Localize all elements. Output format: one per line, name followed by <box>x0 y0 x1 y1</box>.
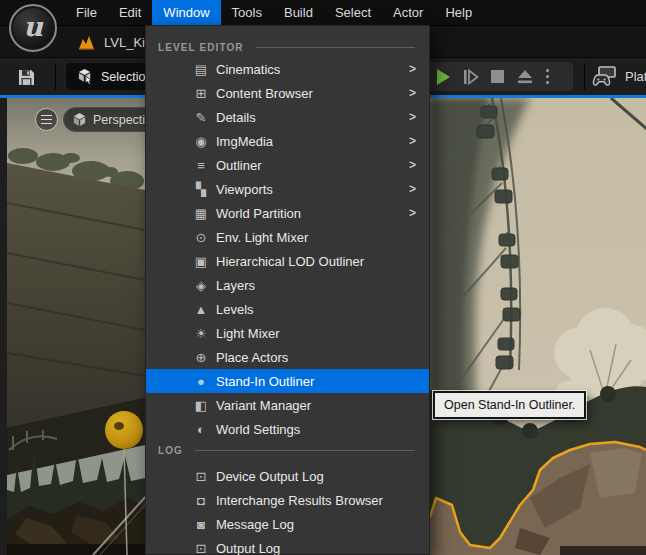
tooltip-text: Open Stand-In Outliner. <box>444 398 575 412</box>
message-log-icon: ◙ <box>192 517 210 532</box>
select-mode-icon <box>77 68 94 85</box>
play-options-button[interactable] <box>538 62 556 91</box>
menubar-item-actor[interactable]: Actor <box>382 0 434 25</box>
menu-item-label: Variant Manager <box>216 398 311 413</box>
menu-section-header-log: LOG <box>146 441 429 460</box>
menu-item-label: Output Log <box>216 541 280 555</box>
frame-skip-icon <box>463 69 479 85</box>
tooltip: Open Stand-In Outliner. <box>433 391 586 419</box>
menu-item-message-log[interactable]: ◙Message Log <box>146 512 429 536</box>
menu-item-outliner[interactable]: ≡Outliner> <box>146 153 429 177</box>
unreal-engine-logo: u <box>9 4 57 52</box>
menu-item-label: Content Browser <box>216 86 313 101</box>
interchange-results-browser-icon: ◘ <box>192 493 210 508</box>
menu-item-label: Layers <box>216 278 255 293</box>
menu-item-label: Env. Light Mixer <box>216 230 308 245</box>
frame-skip-button[interactable] <box>457 62 484 91</box>
menu-item-label: Hierarchical LOD Outliner <box>216 254 364 269</box>
submenu-chevron-icon: > <box>409 182 416 196</box>
place-actors-icon: ⊕ <box>192 350 210 365</box>
menu-item-light-mixer[interactable]: ☀Light Mixer <box>146 321 429 345</box>
menu-item-details[interactable]: ✎Details> <box>146 105 429 129</box>
menu-item-label: Details <box>216 110 256 125</box>
menubar-item-help[interactable]: Help <box>434 0 483 25</box>
viewports-icon: ▚ <box>192 182 210 197</box>
menubar-item-select[interactable]: Select <box>324 0 382 25</box>
menu-section-header-level-editor: LEVEL EDITOR <box>146 38 429 57</box>
menu-item-content-browser[interactable]: ⊞Content Browser> <box>146 81 429 105</box>
menu-item-label: Viewports <box>216 182 273 197</box>
viewport-options-button[interactable] <box>35 108 58 131</box>
eject-icon <box>517 69 533 84</box>
submenu-chevron-icon: > <box>409 110 416 124</box>
submenu-chevron-icon: > <box>409 134 416 148</box>
menu-item-imgmedia[interactable]: ◉ImgMedia> <box>146 129 429 153</box>
menu-item-label: Outliner <box>216 158 262 173</box>
menu-item-label: Message Log <box>216 517 294 532</box>
world-partition-icon: ▦ <box>192 206 210 221</box>
menu-item-label: World Settings <box>216 422 300 437</box>
outliner-icon: ≡ <box>192 158 210 173</box>
menubar-item-edit[interactable]: Edit <box>108 0 152 25</box>
submenu-chevron-icon: > <box>409 206 416 220</box>
variant-manager-icon: ◧ <box>192 398 210 413</box>
play-button[interactable] <box>430 62 457 91</box>
play-icon <box>437 69 450 85</box>
menu-item-layers[interactable]: ◈Layers <box>146 273 429 297</box>
menubar-item-tools[interactable]: Tools <box>221 0 273 25</box>
unreal-editor-window: Perspective LVL_Kio <box>0 0 646 555</box>
menu-item-cinematics[interactable]: ▤Cinematics> <box>146 57 429 81</box>
menu-item-interchange-results-browser[interactable]: ◘Interchange Results Browser <box>146 488 429 512</box>
stop-button[interactable] <box>484 62 511 91</box>
hlod-outliner-icon: ▣ <box>192 254 210 269</box>
menu-item-label: Interchange Results Browser <box>216 493 383 508</box>
scene-right-region <box>430 98 646 555</box>
output-log-icon: ⊡ <box>192 541 210 555</box>
section-divider <box>195 450 415 451</box>
platforms-label: Platforms <box>625 69 646 84</box>
window-menu-panel: LEVEL EDITOR▤Cinematics>⊞Content Browser… <box>145 25 430 555</box>
menu-item-place-actors[interactable]: ⊕Place Actors <box>146 345 429 369</box>
menu-item-output-log[interactable]: ⊡Output Log <box>146 536 429 555</box>
platforms-icon <box>592 66 618 87</box>
eject-button[interactable] <box>511 62 538 91</box>
content-browser-icon: ⊞ <box>192 86 210 101</box>
section-title: LOG <box>158 445 183 456</box>
scene-left-strip <box>7 98 145 555</box>
world-settings-icon: ◐ <box>192 422 210 437</box>
level-asset-tab[interactable]: LVL_Kio <box>78 26 152 58</box>
menu-item-levels[interactable]: ▲Levels <box>146 297 429 321</box>
menu-item-world-settings[interactable]: ◐World Settings <box>146 417 429 441</box>
env-light-mixer-icon: ⊙ <box>192 230 210 245</box>
platforms-dropdown[interactable]: Platforms <box>592 62 646 91</box>
submenu-chevron-icon: > <box>409 86 416 100</box>
menubar-item-window[interactable]: Window <box>152 0 220 25</box>
submenu-chevron-icon: > <box>409 158 416 172</box>
menu-item-viewports[interactable]: ▚Viewports> <box>146 177 429 201</box>
toolbar-divider <box>55 63 56 90</box>
layers-icon: ◈ <box>192 278 210 293</box>
menubar-item-build[interactable]: Build <box>273 0 324 25</box>
more-options-icon <box>546 69 549 84</box>
cube-icon <box>72 112 87 127</box>
menubar-item-file[interactable]: File <box>65 0 108 25</box>
menu-item-variant-manager[interactable]: ◧Variant Manager <box>146 393 429 417</box>
menu-item-stand-in-outliner[interactable]: ●Stand-In Outliner <box>146 369 429 393</box>
menu-item-env-light-mixer[interactable]: ⊙Env. Light Mixer <box>146 225 429 249</box>
menu-item-world-partition[interactable]: ▦World Partition> <box>146 201 429 225</box>
menu-item-label: Stand-In Outliner <box>216 374 314 389</box>
menu-item-label: ImgMedia <box>216 134 273 149</box>
level-warning-icon <box>78 35 95 50</box>
menu-item-device-output-log[interactable]: ⊡Device Output Log <box>146 464 429 488</box>
details-icon: ✎ <box>192 110 210 125</box>
cinematics-icon: ▤ <box>192 62 210 77</box>
menu-item-label: Cinematics <box>216 62 280 77</box>
stop-icon <box>491 70 504 83</box>
levels-icon: ▲ <box>192 302 210 317</box>
save-button[interactable] <box>13 64 40 90</box>
device-output-log-icon: ⊡ <box>192 469 210 484</box>
submenu-chevron-icon: > <box>409 62 416 76</box>
menu-item-hierarchical-lod-outliner[interactable]: ▣Hierarchical LOD Outliner <box>146 249 429 273</box>
menu-item-label: World Partition <box>216 206 301 221</box>
toolbar-divider <box>584 63 585 90</box>
